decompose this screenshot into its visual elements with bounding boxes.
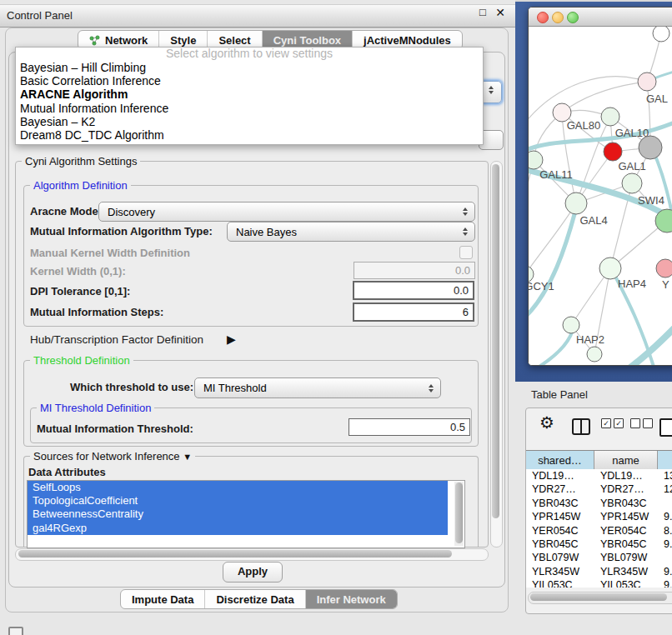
network-node[interactable] — [653, 27, 669, 42]
algorithm-option-dream8-dc-tdc-algorithm[interactable]: Dream8 DC_TDC Algorithm — [16, 128, 483, 142]
table-cell: YDL19… — [594, 469, 658, 482]
mi-algorithm-type-combo[interactable]: Naive Bayes — [227, 222, 475, 242]
algorithm-option-aracne-algorithm[interactable]: ARACNE Algorithm — [16, 88, 483, 101]
close-panel-icon[interactable]: ✕ — [494, 7, 506, 18]
network-node-y[interactable] — [656, 259, 672, 278]
table-panel-title: Table Panel — [531, 388, 588, 401]
network-view-window[interactable]: GALGAL80GAL10GAL1GAL11SWI4GAL4GCY1HAP4YH… — [528, 7, 672, 366]
table-row[interactable]: YIL053CYIL053C9. — [526, 578, 672, 588]
network-node-gal1[interactable] — [604, 142, 622, 161]
table-cell: 12 — [658, 482, 672, 496]
table-row[interactable]: YBR045CYBR045C9. — [526, 538, 672, 551]
network-node-gal4[interactable] — [565, 192, 587, 214]
table-row[interactable]: YBR043CYBR043C — [526, 497, 672, 510]
mi-steps-field[interactable]: 6 — [353, 302, 474, 322]
network-node-hap4[interactable] — [599, 258, 621, 279]
attribute-item-betweennesscentrality[interactable]: BetweennessCentrality — [28, 508, 448, 521]
table-cell: YLR345W — [594, 565, 658, 578]
data-attributes-label: Data Attributes — [28, 466, 106, 478]
node-label: GAL4 — [579, 214, 607, 227]
mi-threshold-field[interactable]: 0.5 — [349, 418, 470, 436]
checked-boxes-icon[interactable]: ✓ ✓ — [601, 418, 624, 428]
table-header[interactable]: shared…name — [526, 450, 672, 471]
network-window-titlebar[interactable] — [529, 8, 672, 27]
network-node-swi4[interactable] — [622, 173, 642, 193]
tab-impute-data[interactable]: Impute Data — [121, 590, 204, 608]
column-header-2[interactable] — [658, 451, 672, 470]
tab-infer-network[interactable]: Infer Network — [305, 590, 397, 608]
table-row[interactable]: YER054CYER054C8. — [526, 524, 672, 538]
table-cell: YBR043C — [594, 497, 658, 510]
network-node-gal11[interactable] — [529, 151, 543, 169]
table-cell: 13 — [658, 469, 672, 482]
attribute-item-topologicalcoefficient[interactable]: TopologicalCoefficient — [28, 494, 448, 508]
tab-label: Cyni Toolbox — [273, 34, 341, 47]
table-cell — [658, 497, 672, 510]
settings-vertical-scrollbar[interactable] — [490, 161, 503, 548]
table-cell: YIL053C — [526, 578, 594, 588]
network-node[interactable] — [587, 347, 602, 362]
network-icon — [89, 35, 101, 46]
table-horizontal-scrollbar[interactable] — [528, 592, 672, 604]
table-row[interactable]: YLR345WYLR345W9. — [526, 565, 672, 578]
which-threshold-combo[interactable]: MI Threshold — [194, 378, 441, 398]
table-cell: YDR27… — [594, 482, 658, 496]
algorithm-option-bayesian-k2[interactable]: Bayesian – K2 — [16, 115, 483, 128]
float-panel-icon[interactable]: □ — [477, 7, 489, 18]
network-node[interactable] — [639, 136, 662, 159]
docked-window-icon[interactable] — [8, 627, 23, 635]
table-row[interactable]: YDL19…YDL19…13 — [526, 469, 672, 482]
apply-button[interactable]: Apply — [223, 562, 283, 582]
zoom-traffic-light-icon[interactable] — [567, 12, 579, 23]
aracne-mode-combo[interactable]: Discovery — [98, 202, 475, 222]
hub-expander-label[interactable]: Hub/Transcription Factor Definition — [30, 333, 203, 346]
network-node-hap2[interactable] — [563, 317, 579, 333]
attribute-item-selfloops[interactable]: SelfLoops — [28, 481, 448, 494]
node-label: HAP2 — [576, 333, 604, 346]
gear-icon[interactable]: ⚙ — [539, 412, 554, 432]
tab-label: Network — [105, 34, 148, 47]
data-attributes-list[interactable]: SelfLoopsTopologicalCoefficientBetweenne… — [27, 480, 465, 548]
mi-threshold-definition-legend: MI Threshold Definition — [37, 402, 154, 414]
attribute-item-gal4rgexp[interactable]: gal4RGexp — [28, 522, 448, 535]
which-threshold-label: Which threshold to use: — [70, 381, 193, 393]
expander-expanded-icon[interactable]: ▼ — [183, 452, 192, 462]
node-label: SWI4 — [638, 194, 664, 207]
settings-horizontal-scrollbar[interactable] — [15, 548, 489, 561]
algorithm-option-basic-correlation-inference[interactable]: Basic Correlation Inference — [16, 74, 483, 88]
unchecked-boxes-icon[interactable] — [630, 418, 653, 428]
mi-threshold-label: Mutual Information Threshold: — [37, 422, 193, 435]
network-canvas[interactable]: GALGAL80GAL10GAL1GAL11SWI4GAL4GCY1HAP4YH… — [529, 27, 672, 365]
table-cell: YDR27… — [526, 482, 594, 496]
tab-discretize-data[interactable]: Discretize Data — [204, 590, 304, 608]
expander-collapsed-icon[interactable]: ▶ — [227, 332, 236, 346]
dpi-tolerance-field[interactable]: 0.0 — [353, 281, 474, 300]
node-label: GCY1 — [529, 280, 554, 292]
tab-label: Select — [218, 34, 250, 47]
manual-kernel-width-checkbox[interactable] — [459, 246, 473, 259]
algorithm-option-mutual-information-inference[interactable]: Mutual Information Inference — [16, 102, 483, 115]
algorithm-dropdown-placeholder: Select algorithm to view settings — [16, 48, 483, 61]
close-traffic-light-icon[interactable] — [537, 12, 549, 23]
attributes-scrollbar[interactable] — [454, 482, 464, 546]
table-row[interactable]: YBL079WYBL079W — [526, 551, 672, 564]
network-nodes[interactable]: GALGAL80GAL10GAL1GAL11SWI4GAL4GCY1HAP4YH… — [529, 27, 672, 362]
table-cell: YLR345W — [526, 565, 594, 578]
kernel-width-field[interactable]: 0.0 — [354, 262, 475, 279]
column-header-shared[interactable]: shared… — [526, 451, 594, 470]
network-node-gal[interactable] — [638, 72, 656, 91]
table-cell: YER054C — [526, 524, 594, 538]
minimize-traffic-light-icon[interactable] — [552, 12, 564, 23]
partial-toolbar-icon[interactable] — [659, 418, 672, 437]
table-row[interactable]: YDR27…YDR27…12 — [526, 482, 672, 496]
network-node-gal10[interactable] — [601, 108, 619, 126]
columns-icon[interactable] — [572, 418, 590, 435]
algorithm-dropdown: Select algorithm to view settings Bayesi… — [15, 47, 484, 145]
node-label: HAP4 — [618, 278, 646, 290]
algorithm-option-bayesian-hill-climbing[interactable]: Bayesian – Hill Climbing — [16, 61, 483, 74]
table-body[interactable]: YDL19…YDL19…13YDR27…YDR27…12YBR043CYBR04… — [526, 469, 672, 588]
table-row[interactable]: YPR145WYPR145W9. — [526, 510, 672, 523]
control-panel-title: Control Panel — [7, 9, 73, 22]
column-header-name[interactable]: name — [594, 451, 658, 470]
table-cell: 8. — [658, 524, 672, 538]
